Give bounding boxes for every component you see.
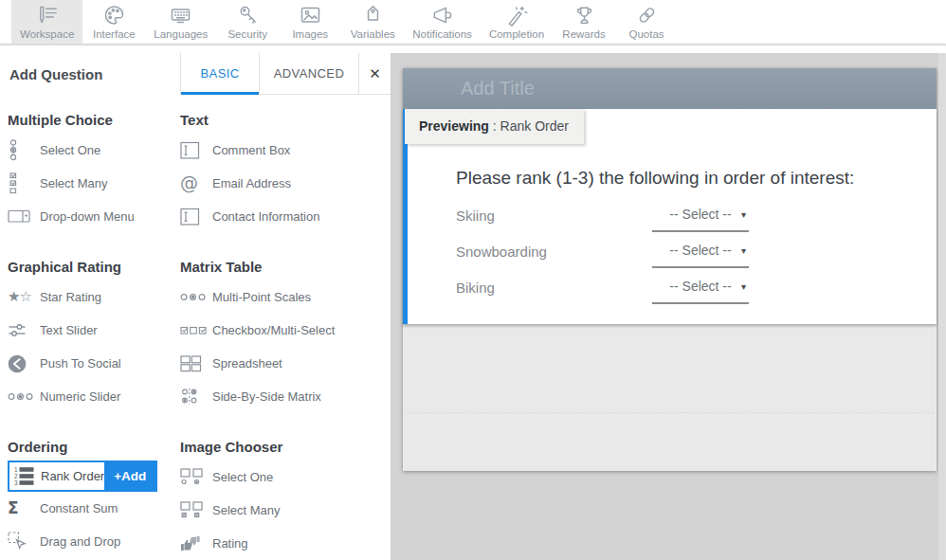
question-type-select-many[interactable]: Select Many (8, 167, 180, 200)
question-type-drop-down-menu[interactable]: Drop-down Menu (8, 200, 180, 233)
question-type-comment-box[interactable]: Comment Box (180, 134, 387, 167)
question-type-label: Text Slider (40, 323, 98, 337)
rank-select-snowboarding[interactable]: -- Select --▾ (652, 234, 749, 268)
toolbar-item-label: Notifications (412, 28, 472, 40)
preview-empty-area (403, 324, 937, 471)
panel-header: Add Question BASIC ADVANCED ✕ (0, 53, 391, 95)
question-preview: Previewing : Rank Order Please rank (1-3… (403, 109, 937, 324)
question-type-label: Checkbox/Multi-Select (212, 323, 335, 337)
toolbar-item-notifications[interactable]: Notifications (404, 0, 481, 44)
email-icon: @ (180, 174, 212, 192)
question-type-select-one[interactable]: Select One (180, 461, 387, 494)
question-type-label: Spreadsheet (212, 356, 282, 370)
question-type-constant-sum[interactable]: ΣConstant Sum (8, 492, 180, 525)
toolbar-item-interface[interactable]: Interface (82, 0, 145, 44)
select-placeholder: -- Select -- (669, 243, 731, 258)
scrollbar-track[interactable] (938, 53, 946, 560)
toolbar-item-languages[interactable]: Languages (145, 0, 216, 44)
question-type-text-slider[interactable]: Text Slider (8, 314, 180, 347)
question-type-email-address[interactable]: @Email Address (180, 167, 387, 200)
section-graphical-rating: Graphical Rating★☆Star RatingText Slider… (8, 247, 180, 413)
question-type-label: Rating (212, 536, 248, 551)
rank-row-skiing: Skiing-- Select --▾ (408, 197, 937, 233)
section-title: Matrix Table (180, 259, 387, 275)
question-type-label: Rank Order (41, 469, 104, 483)
add-title-field[interactable]: Add Title (403, 68, 937, 109)
toolbar-item-variables[interactable]: Variables (341, 0, 404, 44)
question-type-rating[interactable]: Rating (180, 527, 387, 560)
question-type-push-to-social[interactable]: Push To Social (8, 347, 180, 380)
dropdown-menu-icon (8, 208, 40, 225)
toolbar-item-label: Languages (154, 28, 208, 40)
question-type-label: Multi-Point Scales (212, 290, 311, 304)
numeric-slider-icon (8, 390, 40, 403)
toolbar-item-quotas[interactable]: Quotas (615, 0, 678, 44)
toolbar-item-label: Workspace (20, 28, 74, 40)
question-type-select-many[interactable]: Select Many (180, 494, 387, 527)
question-type-select-one[interactable]: Select One (8, 134, 180, 167)
add-button[interactable]: +Add (104, 462, 155, 490)
svg-text:2: 2 (14, 473, 18, 479)
rank-row-label: Snowboarding (456, 244, 652, 260)
security-icon (236, 3, 260, 27)
question-type-side-by-side-matrix[interactable]: Side-By-Side Matrix (180, 380, 387, 413)
rank-row-snowboarding: Snowboarding-- Select --▾ (408, 233, 937, 269)
toolbar-item-label: Variables (351, 28, 395, 40)
image-select-one-icon (180, 468, 212, 486)
question-type-numeric-slider[interactable]: Numeric Slider (8, 380, 180, 413)
toolbar-item-label: Security (227, 28, 267, 40)
previewing-separator: : (489, 118, 500, 134)
question-type-drag-and-drop[interactable]: Drag and Drop (8, 525, 180, 558)
panel-title: Add Question (0, 53, 180, 95)
toolbar-item-rewards[interactable]: Rewards (553, 0, 615, 44)
select-many-icon (8, 172, 40, 194)
rank-select-biking[interactable]: -- Select --▾ (652, 270, 749, 304)
drag-and-drop-icon (8, 532, 40, 551)
comment-box-icon (180, 141, 212, 160)
section-matrix-table: Matrix TableMulti-Point ScalesCheckbox/M… (180, 247, 387, 413)
rank-select-skiing[interactable]: -- Select --▾ (652, 198, 749, 232)
toolbar-item-completion[interactable]: Completion (481, 0, 553, 44)
image-select-many-icon (180, 501, 212, 519)
rank-rows: Skiing-- Select --▾Snowboarding-- Select… (408, 197, 937, 305)
toolbar-item-security[interactable]: Security (216, 0, 279, 44)
constant-sum-icon: Σ (8, 500, 40, 516)
question-type-label: Select Many (40, 176, 108, 190)
question-type-contact-information[interactable]: Contact Information (180, 200, 387, 233)
toolbar-item-workspace[interactable]: Workspace (11, 0, 82, 44)
tab-advanced[interactable]: ADVANCED (259, 53, 358, 95)
toolbar-item-images[interactable]: Images (279, 0, 341, 44)
workspace-icon (35, 3, 59, 27)
question-type-spreadsheet[interactable]: Spreadsheet (180, 347, 387, 380)
svg-text:1: 1 (14, 466, 18, 473)
question-type-label: Push To Social (40, 356, 121, 370)
question-type-label: Contact Information (212, 209, 319, 224)
previewing-value: Rank Order (500, 118, 569, 134)
question-type-rank-order[interactable]: 123Rank Order+Add (8, 461, 157, 492)
question-type-label: Side-By-Side Matrix (212, 389, 321, 404)
completion-icon (504, 3, 528, 27)
question-type-label: Select One (212, 470, 273, 484)
question-type-star-rating[interactable]: ★☆Star Rating (8, 280, 180, 314)
close-button[interactable]: ✕ (358, 53, 391, 95)
rank-row-label: Biking (456, 280, 652, 296)
rank-row-biking: Biking-- Select --▾ (408, 269, 937, 305)
preview-card: Add Title Previewing : Rank Order Please… (403, 68, 937, 471)
question-type-multi-point-scales[interactable]: Multi-Point Scales (180, 280, 387, 314)
toolbar-item-label: Quotas (629, 28, 664, 40)
checkbox-multi-select-icon (180, 325, 212, 336)
question-type-label: Email Address (212, 176, 291, 190)
question-type-checkbox-multi-select[interactable]: Checkbox/Multi-Select (180, 314, 387, 347)
star-rating-icon: ★☆ (8, 290, 40, 304)
select-one-icon (8, 139, 40, 161)
question-type-label: Drag and Drop (40, 534, 120, 549)
previewing-tag: Previewing : Rank Order (405, 109, 584, 144)
panel-tabs: BASIC ADVANCED ✕ (180, 53, 391, 95)
section-title: Graphical Rating (8, 259, 180, 275)
quotas-icon (635, 3, 659, 27)
question-type-label: Select One (40, 143, 100, 157)
side-by-side-matrix-icon (180, 388, 212, 406)
question-type-label: Select Many (212, 503, 281, 517)
rating-icon (180, 534, 212, 552)
tab-basic[interactable]: BASIC (180, 53, 259, 95)
